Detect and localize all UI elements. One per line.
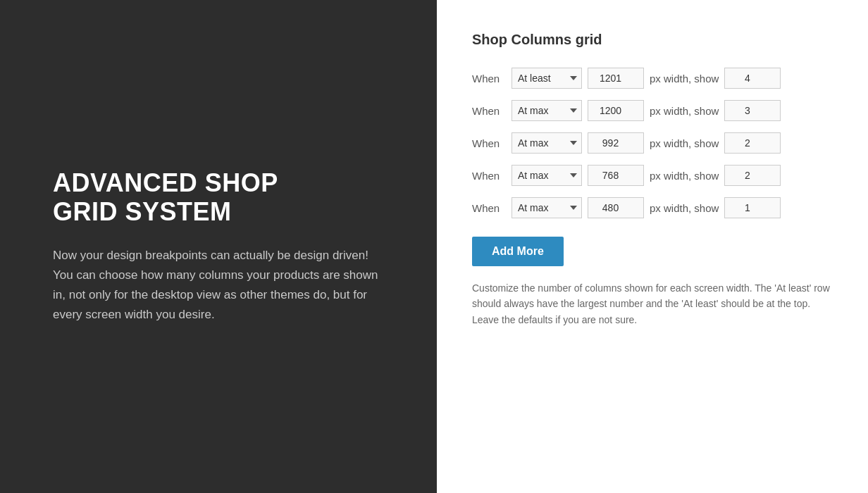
width-input[interactable]: [588, 68, 644, 89]
width-input[interactable]: [588, 197, 644, 218]
width-input[interactable]: [588, 100, 644, 121]
condition-select[interactable]: At leastAt max: [512, 100, 582, 121]
section-title: Shop Columns grid: [472, 32, 833, 48]
when-label: When: [472, 170, 506, 182]
table-row: WhenAt leastAt maxpx width, show: [472, 165, 833, 186]
when-label: When: [472, 73, 506, 85]
condition-select[interactable]: At leastAt max: [512, 197, 582, 218]
when-label: When: [472, 202, 506, 214]
px-label: px width, show: [650, 105, 719, 117]
table-row: WhenAt leastAt maxpx width, show: [472, 197, 833, 218]
width-input[interactable]: [588, 165, 644, 186]
right-panel: Shop Columns grid WhenAt leastAt maxpx w…: [437, 0, 868, 493]
width-input[interactable]: [588, 132, 644, 154]
left-panel: ADVANCED SHOPGRID SYSTEM Now your design…: [0, 0, 437, 493]
table-row: WhenAt leastAt maxpx width, show: [472, 132, 833, 154]
columns-input[interactable]: [724, 68, 781, 89]
columns-input[interactable]: [724, 165, 781, 186]
description-text: Now your design breakpoints can actually…: [53, 246, 384, 325]
columns-input[interactable]: [724, 197, 781, 218]
when-label: When: [472, 137, 506, 149]
px-label: px width, show: [650, 202, 719, 214]
px-label: px width, show: [650, 73, 719, 85]
table-row: WhenAt leastAt maxpx width, show: [472, 68, 833, 89]
add-more-button[interactable]: Add More: [472, 237, 564, 266]
px-label: px width, show: [650, 170, 719, 182]
condition-select[interactable]: At leastAt max: [512, 68, 582, 89]
columns-input[interactable]: [724, 100, 781, 121]
px-label: px width, show: [650, 137, 719, 149]
help-text: Customize the number of columns shown fo…: [472, 280, 833, 327]
condition-select[interactable]: At leastAt max: [512, 165, 582, 186]
table-row: WhenAt leastAt maxpx width, show: [472, 100, 833, 121]
page-title: ADVANCED SHOPGRID SYSTEM: [53, 168, 384, 227]
columns-input[interactable]: [724, 132, 781, 154]
condition-select[interactable]: At leastAt max: [512, 132, 582, 154]
when-label: When: [472, 105, 506, 117]
grid-rows-container: WhenAt leastAt maxpx width, showWhenAt l…: [472, 68, 833, 218]
